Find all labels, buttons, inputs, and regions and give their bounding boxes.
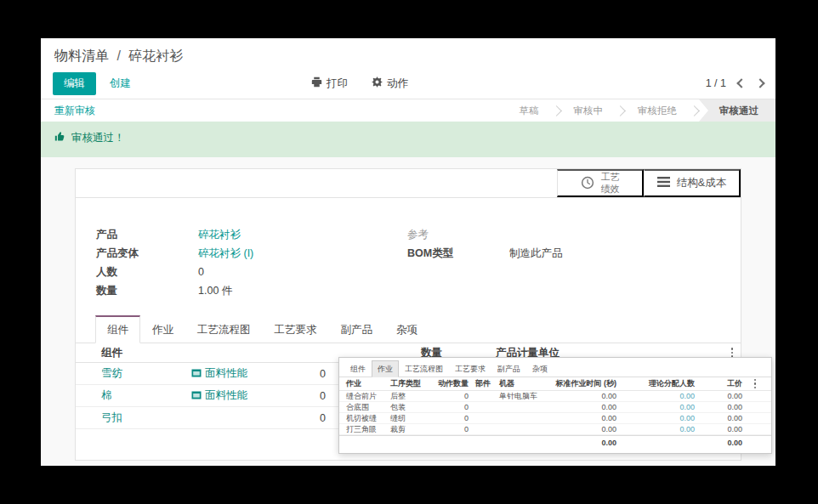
component-qty: 0	[285, 390, 326, 402]
notebook-tabs: 组件 作业 工艺流程图 工艺要求 副产品 杂项	[76, 315, 741, 343]
field-bom-type-label: BOM类型	[407, 246, 509, 261]
bars-icon	[657, 177, 670, 190]
component-tag[interactable]: 面料性能	[191, 388, 285, 403]
component-name: 棉	[101, 388, 191, 403]
component-name: 弓扣	[101, 411, 191, 425]
operation-row-4[interactable]: 打三角眼 裁剪 0 0.00 0.00 0.00	[339, 424, 771, 435]
tab-process-flowchart[interactable]: 工艺流程图	[185, 316, 263, 343]
operations-totals-row: 0.00 0.00	[339, 435, 771, 450]
col-people: 理论分配人数	[616, 378, 695, 389]
col-part: 部件	[469, 378, 497, 389]
structure-cost-button[interactable]: 结构&成本	[644, 169, 741, 197]
action-menus: 打印 动作	[311, 68, 408, 99]
pager: 1 / 1	[706, 77, 764, 89]
operations-popup: 组件 作业 工艺流程图 工艺要求 副产品 杂项 作业 工序类型 动作数量 部件 …	[338, 357, 772, 454]
status-step-reviewing[interactable]: 审核中	[561, 99, 616, 122]
chevron-right-icon[interactable]	[755, 78, 764, 88]
field-bom-type: BOM类型 制造此产品	[407, 244, 563, 263]
field-quantity: 数量 1.00 件	[96, 281, 253, 300]
kebab-dots-icon[interactable]	[754, 379, 757, 389]
field-people: 人数 0	[96, 263, 253, 281]
process-performance-label: 工艺 绩效	[601, 172, 620, 194]
control-panel: 编辑 创建 打印 动作 1 / 1	[41, 68, 775, 99]
status-steps: 草稿 审核中 审核拒绝 审核通过	[507, 99, 776, 122]
total-time: 0.00	[548, 439, 616, 447]
field-quantity-value: 1.00 件	[198, 284, 232, 298]
component-qty: 0	[285, 368, 326, 380]
tab-byproducts[interactable]: 副产品	[329, 316, 385, 343]
create-button[interactable]: 创建	[110, 76, 131, 91]
fields-left-column: 产品 碎花衬衫 产品变体 碎花衬衫 (I) 人数 0 数量 1.00 件	[96, 225, 253, 300]
field-product-label: 产品	[96, 228, 198, 242]
status-step-approved[interactable]: 审核通过	[699, 99, 775, 122]
field-people-label: 人数	[96, 265, 198, 280]
kebab-dots-icon[interactable]	[731, 348, 734, 358]
component-tag[interactable]: 面料性能	[191, 366, 285, 381]
step-arrow-icon	[551, 105, 562, 116]
edit-button[interactable]: 编辑	[53, 72, 96, 95]
popup-tab-process-requirements[interactable]: 工艺要求	[449, 360, 491, 377]
col-action-count: 动作数量	[433, 378, 469, 389]
col-machine: 机器	[497, 378, 548, 389]
fabric-card-icon	[191, 368, 202, 380]
col-operation: 作业	[346, 378, 390, 389]
component-name: 雪纺	[101, 366, 191, 381]
gear-icon	[372, 76, 383, 90]
popup-tab-byproducts[interactable]: 副产品	[491, 360, 526, 377]
total-price: 0.00	[695, 439, 742, 447]
field-product-value[interactable]: 碎花衬衫	[198, 228, 241, 242]
status-step-rejected[interactable]: 审核拒绝	[625, 99, 690, 122]
print-menu[interactable]: 打印	[311, 76, 348, 91]
component-qty: 0	[285, 412, 326, 424]
operations-table-header: 作业 工序类型 动作数量 部件 机器 标准作业时间 (秒) 理论分配人数 工价	[339, 377, 771, 391]
field-reference-label: 参考	[407, 228, 509, 242]
col-component: 组件	[101, 346, 122, 360]
col-process-type: 工序类型	[390, 378, 433, 389]
col-std-time: 标准作业时间 (秒)	[548, 378, 616, 389]
popup-tabs: 组件 作业 工艺流程图 工艺要求 副产品 杂项	[339, 358, 771, 377]
approval-banner: 审核通过！	[41, 122, 775, 157]
action-menu[interactable]: 动作	[372, 76, 408, 91]
form-content: 工艺 绩效 结构&成本 产品 碎花衬衫 产品变体	[41, 157, 775, 466]
tab-operations[interactable]: 作业	[140, 316, 185, 343]
field-reference: 参考	[407, 225, 563, 244]
breadcrumb-current: 碎花衬衫	[128, 48, 183, 63]
approval-banner-text: 审核通过！	[71, 131, 125, 145]
process-performance-button[interactable]: 工艺 绩效	[557, 169, 644, 197]
operation-row-3[interactable]: 机切被缝 缝纫 0 0.00 0.00 0.00	[339, 413, 771, 424]
popup-tab-operations[interactable]: 作业	[372, 360, 399, 377]
print-menu-label: 打印	[327, 76, 348, 91]
app-window: 物料清单 / 碎花衬衫 编辑 创建 打印 动作 1 / 1	[41, 38, 775, 464]
thumbs-up-icon	[54, 131, 65, 144]
statusbar: 重新审核 草稿 审核中 审核拒绝 审核通过	[41, 99, 775, 122]
field-bom-type-value: 制造此产品	[509, 246, 563, 261]
status-step-draft[interactable]: 草稿	[507, 99, 552, 122]
fabric-card-icon	[191, 390, 202, 402]
step-arrow-icon	[689, 105, 700, 116]
field-variant-value[interactable]: 碎花衬衫 (I)	[198, 246, 253, 261]
clock-icon	[581, 176, 594, 191]
popup-tab-misc[interactable]: 杂项	[526, 360, 554, 377]
breadcrumb-parent[interactable]: 物料清单	[54, 48, 109, 63]
breadcrumb: 物料清单 / 碎花衬衫	[41, 38, 775, 68]
structure-cost-label: 结构&成本	[677, 176, 726, 190]
chevron-left-icon[interactable]	[736, 78, 746, 88]
screen: 物料清单 / 碎花衬衫 编辑 创建 打印 动作 1 / 1	[0, 0, 818, 504]
tab-process-requirements[interactable]: 工艺要求	[263, 316, 329, 343]
popup-tab-components[interactable]: 组件	[344, 360, 372, 377]
tab-components[interactable]: 组件	[95, 315, 140, 343]
col-price: 工价	[695, 378, 742, 389]
popup-tab-process-flowchart[interactable]: 工艺流程图	[399, 360, 449, 377]
printer-icon	[311, 76, 322, 90]
smart-button-box: 工艺 绩效 结构&成本	[76, 169, 741, 198]
field-quantity-label: 数量	[96, 284, 198, 298]
operation-row-2[interactable]: 合底围 包装 0 0.00 0.00 0.00	[339, 402, 771, 413]
tab-misc[interactable]: 杂项	[384, 316, 429, 343]
recheck-button[interactable]: 重新审核	[54, 104, 95, 118]
step-arrow-icon	[615, 105, 626, 116]
field-people-value: 0	[198, 266, 204, 278]
operation-row-1[interactable]: 缝合前片 后整 0 单针电脑车 0.00 0.00 0.00	[339, 391, 771, 402]
pager-count: 1 / 1	[706, 77, 726, 89]
field-variant-label: 产品变体	[96, 246, 198, 261]
field-product: 产品 碎花衬衫	[96, 225, 253, 244]
